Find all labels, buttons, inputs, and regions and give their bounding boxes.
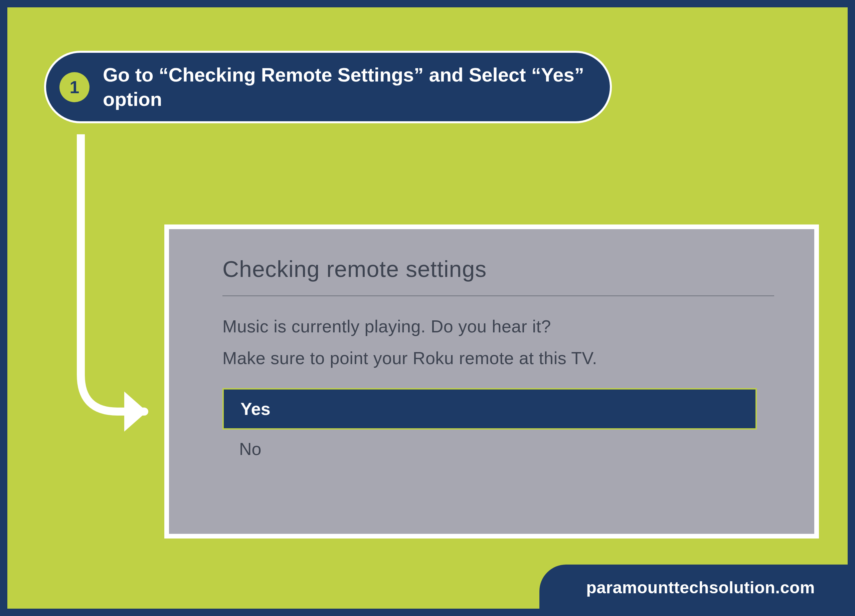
settings-dialog: Checking remote settings Music is curren… — [164, 224, 819, 538]
dialog-prompt-2: Make sure to point your Roku remote at t… — [222, 348, 774, 368]
option-no[interactable]: No — [222, 430, 757, 468]
divider — [222, 295, 774, 296]
footer-site: paramounttechsolution.com — [586, 578, 815, 597]
arrow-icon — [71, 134, 158, 441]
dialog-prompt-1: Music is currently playing. Do you hear … — [222, 316, 774, 336]
option-yes[interactable]: Yes — [222, 388, 757, 430]
options-list: Yes No — [222, 388, 774, 468]
tutorial-frame: 1 Go to “Checking Remote Settings” and S… — [0, 0, 855, 616]
step-number: 1 — [70, 77, 80, 97]
footer-attribution: paramounttechsolution.com — [539, 565, 848, 609]
dialog-title: Checking remote settings — [222, 256, 774, 282]
step-pill: 1 Go to “Checking Remote Settings” and S… — [44, 51, 612, 123]
step-instruction: Go to “Checking Remote Settings” and Sel… — [103, 63, 587, 111]
step-number-badge: 1 — [60, 72, 89, 102]
